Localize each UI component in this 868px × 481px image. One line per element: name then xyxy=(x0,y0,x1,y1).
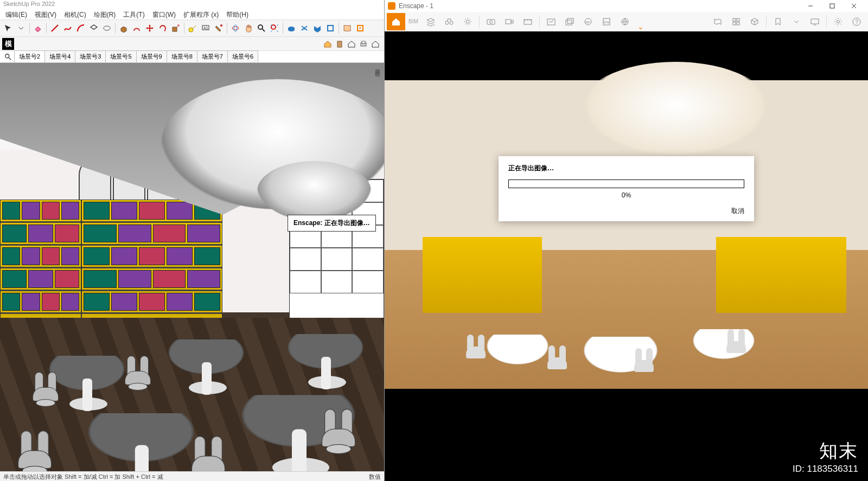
ext-icon-3[interactable] xyxy=(324,22,336,34)
pushpull-tool[interactable] xyxy=(118,22,130,34)
sketchup-viewport[interactable]: 两层 连农 Enscape: 正在导出图像… xyxy=(0,63,384,471)
help-icon[interactable]: ? xyxy=(847,13,866,30)
display-icon[interactable] xyxy=(806,13,824,30)
brand-id: ID: 1183536311 xyxy=(793,464,858,474)
scene-tab[interactable]: 场景号7 xyxy=(197,50,228,62)
sun-icon[interactable] xyxy=(458,13,477,30)
offset-tool[interactable] xyxy=(131,22,143,34)
move-tool[interactable] xyxy=(144,22,156,34)
ext-icon-1[interactable] xyxy=(298,22,310,34)
pano-icon[interactable]: 360 xyxy=(579,13,597,30)
sketchup-titlebar: SketchUp Pro 2022 xyxy=(0,0,384,9)
pan-tool[interactable] xyxy=(242,22,254,34)
enscape-window: Enscape - 1 BIM 360 EXE ⌄ ? xyxy=(385,0,868,481)
sketchup-menubar[interactable]: 编辑(E) 视图(V) 相机(C) 绘图(R) 工具(T) 窗口(W) 扩展程序… xyxy=(0,9,384,20)
svg-text:360: 360 xyxy=(585,21,590,24)
video-icon[interactable] xyxy=(500,13,519,30)
status-hint: 单击或拖动以选择对象 Shift = 加/减 Ctrl = 加 Shift + … xyxy=(3,473,163,480)
scene-tab[interactable]: 场景号6 xyxy=(227,50,258,62)
enscape-logo-icon xyxy=(388,2,395,10)
select-dropdown[interactable] xyxy=(15,22,27,34)
sketchup-title: SketchUp Pro 2022 xyxy=(3,1,55,7)
svg-rect-11 xyxy=(337,41,342,47)
movie-icon[interactable] xyxy=(519,13,537,30)
scene-tab[interactable]: 场景号2 xyxy=(14,50,45,62)
svg-point-6 xyxy=(232,27,239,30)
house-icon-2[interactable] xyxy=(346,39,357,49)
cube-icon[interactable] xyxy=(745,13,764,30)
enscape-viewport[interactable]: 正在导出图像… 0% 取消 知末 ID: 1183536311 xyxy=(385,31,868,481)
model-badge[interactable]: 模 xyxy=(2,38,14,50)
menu-tools[interactable]: 工具(T) xyxy=(120,10,148,18)
svg-rect-13 xyxy=(362,41,365,43)
svg-text:EXE: EXE xyxy=(604,21,610,24)
scene-tab[interactable]: 场景号3 xyxy=(75,50,106,62)
web-icon[interactable] xyxy=(616,13,634,30)
freehand-tool[interactable] xyxy=(62,22,74,34)
svg-rect-25 xyxy=(567,18,573,23)
menu-window[interactable]: 窗口(W) xyxy=(149,10,179,18)
building-icon[interactable] xyxy=(334,39,345,49)
sketchup-statusbar: 单击或拖动以选择对象 Shift = 加/减 Ctrl = 加 Shift + … xyxy=(0,471,384,481)
scale-tool[interactable] xyxy=(170,22,182,34)
layers-icon[interactable] xyxy=(422,13,440,30)
warehouse-icon[interactable] xyxy=(285,22,297,34)
scene-tab[interactable]: 场景号5 xyxy=(105,50,136,62)
svg-point-18 xyxy=(466,20,469,23)
scene-tab[interactable]: 场景号9 xyxy=(136,50,167,62)
menu-camera[interactable]: 相机(C) xyxy=(61,10,90,18)
dialog-title: 正在导出图像… xyxy=(508,164,744,173)
cancel-button[interactable]: 取消 xyxy=(508,207,744,216)
status-value-label: 数值 xyxy=(369,473,381,480)
orbit-tool[interactable] xyxy=(229,22,241,34)
ext-icon-2[interactable] xyxy=(311,22,323,34)
minimize-button[interactable] xyxy=(800,0,821,12)
snapshot-icon[interactable] xyxy=(542,13,560,30)
zoom-extents-tool[interactable] xyxy=(269,22,280,34)
menu-help[interactable]: 帮助(H) xyxy=(223,10,252,18)
book-icon[interactable] xyxy=(341,22,353,34)
circle-tool[interactable] xyxy=(101,22,113,34)
enscape-toolbar: BIM 360 EXE ⌄ ? xyxy=(385,12,868,31)
house-icon-1[interactable] xyxy=(322,39,333,49)
close-button[interactable] xyxy=(843,0,865,12)
enscape-titlebar: Enscape - 1 xyxy=(385,0,868,12)
bim-label: BIM xyxy=(405,18,422,24)
tape-tool[interactable] xyxy=(187,22,199,34)
asset-lib-icon[interactable] xyxy=(727,13,745,30)
paint-tool[interactable] xyxy=(213,22,225,34)
bookmark-icon[interactable] xyxy=(769,13,787,30)
chevron-down-icon[interactable]: ⌄ xyxy=(634,22,647,31)
rect-tool[interactable] xyxy=(88,22,100,34)
house-icon-3[interactable] xyxy=(370,39,381,49)
scene-tab[interactable]: 场景号8 xyxy=(167,50,197,62)
scene-tab[interactable]: 场景号4 xyxy=(44,50,75,62)
maximize-button[interactable] xyxy=(821,0,843,12)
menu-edit[interactable]: 编辑(E) xyxy=(2,10,30,18)
menu-view[interactable]: 视图(V) xyxy=(31,10,60,18)
text-tool[interactable]: A1 xyxy=(200,22,212,34)
eraser-tool[interactable] xyxy=(32,22,44,34)
zoom-tool[interactable] xyxy=(256,22,267,34)
select-tool[interactable] xyxy=(2,22,14,34)
menu-draw[interactable]: 绘图(R) xyxy=(91,10,119,18)
rotate-tool[interactable] xyxy=(157,22,169,34)
print-icon[interactable] xyxy=(358,39,369,49)
home-icon[interactable] xyxy=(387,13,405,30)
line-tool[interactable] xyxy=(49,22,61,34)
bookmark-dropdown-icon[interactable] xyxy=(787,13,806,30)
camera-icon[interactable] xyxy=(482,13,500,30)
batch-icon[interactable] xyxy=(560,13,579,30)
arc-tool[interactable] xyxy=(75,22,87,34)
menu-ext[interactable]: 扩展程序 (x) xyxy=(180,10,222,18)
svg-rect-34 xyxy=(737,22,739,25)
settings-icon[interactable] xyxy=(829,13,847,30)
sketchup-secondary-toolbar: 模 xyxy=(0,37,384,51)
svg-point-14 xyxy=(5,54,9,57)
scene-search-icon[interactable] xyxy=(2,51,14,62)
binoculars-icon[interactable] xyxy=(440,13,458,30)
enscape-icon[interactable] xyxy=(354,22,366,34)
map-icon[interactable] xyxy=(709,13,727,30)
exe-icon[interactable]: EXE xyxy=(597,13,616,30)
scene-tabs: 场景号2 场景号4 场景号3 场景号5 场景号9 场景号8 场景号7 场景号6 xyxy=(0,51,384,63)
